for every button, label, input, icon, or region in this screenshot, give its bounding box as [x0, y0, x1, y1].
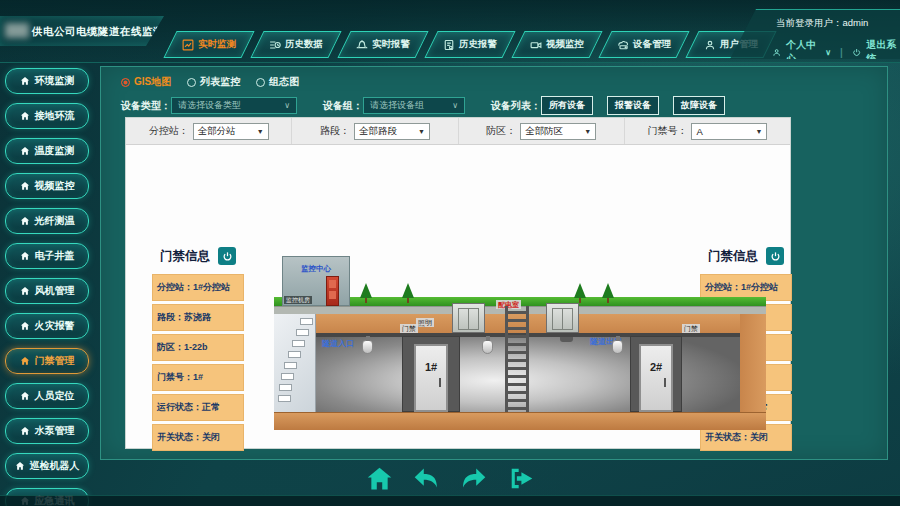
cctv-dome-icon	[612, 340, 623, 354]
tab-history-data[interactable]: 历史数据	[250, 31, 341, 58]
tab-realtime-alarm[interactable]: 实时报警	[337, 31, 428, 58]
defense-zone-filter: 防区： 全部防区▼	[459, 118, 625, 144]
access-ladder	[505, 306, 529, 412]
home-icon	[20, 286, 30, 296]
alarm-devices-button[interactable]: 报警设备	[607, 96, 659, 115]
tab-video-monitor[interactable]: 视频监控	[511, 31, 602, 58]
home-icon	[20, 76, 30, 86]
door-access-label: 门禁	[400, 324, 418, 333]
tunnel-diagram: 监控中心 监控机房 隧道入口 隧道出口	[274, 256, 766, 430]
door-number-select[interactable]: A▼	[691, 123, 767, 140]
road-section-select[interactable]: 全部路段▼	[354, 123, 430, 140]
sidebar-item-fan-manage[interactable]: 风机管理	[5, 278, 89, 304]
radio-dot	[187, 78, 196, 87]
sidebar-item-temperature[interactable]: 温度监测	[5, 138, 89, 164]
tree-icon	[574, 283, 586, 298]
building-red-door	[326, 276, 339, 306]
alarm-bell-icon	[356, 39, 368, 51]
diagram-canvas: 门禁信息 分控站：1#分控站 路段：苏浇路 防区：1-22b 门禁号：1# 运行…	[126, 145, 790, 449]
tree-icon	[602, 283, 614, 298]
door-power-button[interactable]	[218, 247, 236, 265]
back-button[interactable]	[412, 464, 441, 493]
sidebar-item-video[interactable]: 视频监控	[5, 173, 89, 199]
all-devices-button[interactable]: 所有设备	[541, 96, 593, 115]
undo-arrow-icon	[412, 464, 441, 493]
footer-strip	[0, 495, 900, 506]
redo-arrow-icon	[459, 464, 488, 493]
chart-icon	[182, 39, 194, 51]
header-bar: 供电公司电缆隧道在线监测系统 实时监测 历史数据 实时报警 历史报警 视频监控 …	[0, 0, 900, 63]
home-button[interactable]	[365, 464, 394, 493]
home-icon	[20, 146, 30, 156]
user-panel: 当前登录用户：admin 个人中心 ∨ | 退出系统	[730, 9, 900, 59]
entrance-shaft	[274, 314, 316, 412]
tunnel-door-2[interactable]: 2#	[639, 344, 673, 412]
sidebar-item-fiber-temp[interactable]: 光纤测温	[5, 208, 89, 234]
sidebar-item-ground-current[interactable]: 接地环流	[5, 103, 89, 129]
tree-trunk	[365, 298, 367, 303]
door-power-button[interactable]	[766, 247, 784, 265]
power-icon	[770, 251, 781, 262]
chevron-down-icon[interactable]: ∨	[825, 48, 831, 57]
exit-button[interactable]	[506, 464, 535, 493]
radio-dot	[256, 78, 265, 87]
tab-realtime-monitor[interactable]: 实时监测	[163, 31, 254, 58]
info-row-zone: 防区：1-22b	[152, 334, 244, 361]
report-doc-icon	[443, 39, 455, 51]
power-icon	[222, 251, 233, 262]
tab-device-manage[interactable]: 设备管理	[598, 31, 689, 58]
stair-step	[278, 395, 291, 402]
video-camera-icon	[530, 39, 542, 51]
substation-select[interactable]: 全部分站▼	[193, 123, 269, 140]
forward-button[interactable]	[459, 464, 488, 493]
sidebar-item-access-control[interactable]: 门禁管理	[5, 348, 89, 374]
cctv-dome-icon	[362, 340, 373, 354]
home-icon	[20, 251, 30, 261]
substation-filter: 分控站： 全部分站▼	[126, 118, 292, 144]
logout-link[interactable]: 退出系统	[866, 38, 900, 66]
location-filter-bar: 分控站： 全部分站▼ 路段： 全部路段▼ 防区： 全部防区▼ 门禁号： A▼	[126, 118, 790, 145]
stair-step	[284, 362, 297, 369]
sidebar-item-fire-alarm[interactable]: 火灾报警	[5, 313, 89, 339]
dropdown-arrow-icon: ▼	[584, 128, 591, 135]
personal-center-link[interactable]: 个人中心	[786, 38, 820, 66]
user-panel-edge	[754, 9, 900, 10]
tunnel-door-1[interactable]: 1#	[414, 344, 448, 412]
stair-step	[296, 329, 309, 336]
tunnel-door-unit-1: 1#	[402, 336, 460, 412]
content-white-area: 分控站： 全部分站▼ 路段： 全部路段▼ 防区： 全部防区▼ 门禁号： A▼	[125, 117, 791, 449]
fault-devices-button[interactable]: 故障设备	[673, 96, 725, 115]
tunnel-entrance-label: 隧道入口	[322, 338, 354, 349]
user-icon	[704, 39, 716, 51]
device-group-label: 设备组：	[323, 99, 363, 113]
device-group-select[interactable]: 请选择设备组∨	[363, 97, 465, 114]
home-icon	[20, 426, 30, 436]
dropdown-arrow-icon: ▼	[755, 128, 762, 135]
device-type-select[interactable]: 请选择设备类型∨	[171, 97, 297, 114]
sidebar-item-pump-manage[interactable]: 水泵管理	[5, 418, 89, 444]
radio-dot	[121, 78, 130, 87]
defense-zone-select[interactable]: 全部防区▼	[520, 123, 596, 140]
stair-step	[279, 384, 292, 391]
control-center-label: 监控中心	[283, 264, 349, 274]
stair-step	[292, 340, 305, 347]
logout-icon	[506, 464, 535, 493]
radio-scada-view[interactable]: 组态图	[256, 75, 299, 89]
device-icon	[617, 39, 629, 51]
dropdown-arrow-icon: ▼	[257, 128, 264, 135]
cctv-dome-icon	[482, 340, 493, 354]
road-section-filter: 路段： 全部路段▼	[292, 118, 458, 144]
home-icon	[20, 111, 30, 121]
tunnel-floor	[274, 412, 766, 430]
panel-title: 门禁信息	[160, 248, 210, 265]
radio-gis-map[interactable]: GIS地图	[121, 75, 171, 89]
sidebar-item-manhole-cover[interactable]: 电子井盖	[5, 243, 89, 269]
app-title-block: 供电公司电缆隧道在线监测系统	[0, 16, 164, 46]
tab-history-alarm[interactable]: 历史报警	[424, 31, 515, 58]
app-title: 供电公司电缆隧道在线监测系统	[32, 16, 186, 46]
home-icon	[20, 391, 30, 401]
radio-list-monitor[interactable]: 列表监控	[187, 75, 240, 89]
sidebar-item-personnel-location[interactable]: 人员定位	[5, 383, 89, 409]
sidebar-item-env-monitor[interactable]: 环境监测	[5, 68, 89, 94]
tree-trunk	[407, 298, 409, 303]
